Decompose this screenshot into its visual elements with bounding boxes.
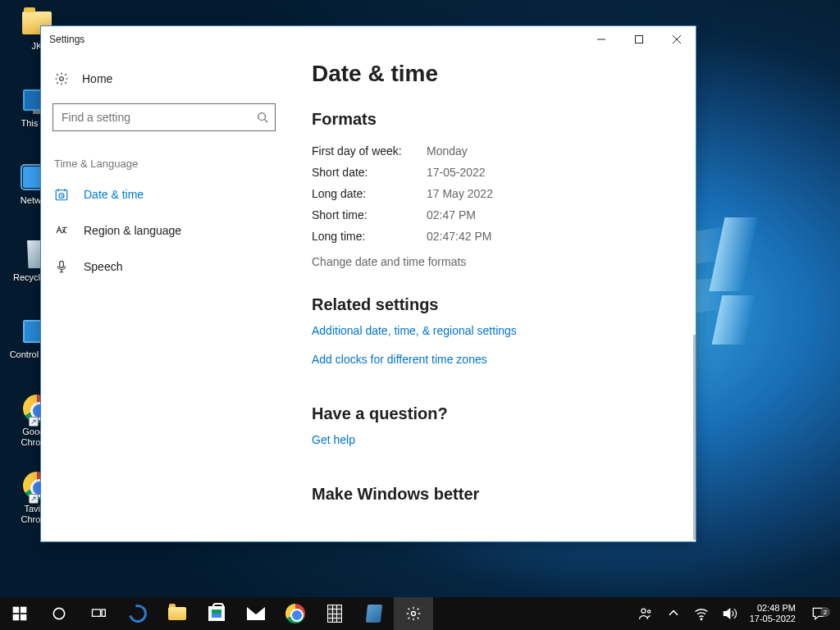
maximize-button[interactable] (620, 26, 658, 52)
nav-region-language[interactable]: Region & language (52, 212, 276, 249)
svg-point-23 (647, 610, 650, 613)
edge-icon (126, 601, 150, 626)
sidebar: Home Time & Language Date & time Region … (41, 52, 287, 541)
cortana-button[interactable] (39, 597, 79, 630)
notification-badge: 2 (820, 607, 830, 617)
nav-label: Region & language (84, 224, 181, 237)
tray-network[interactable] (687, 605, 715, 622)
change-formats-link[interactable]: Change date and time formats (312, 255, 466, 268)
window-title: Settings (49, 34, 84, 45)
home-label: Home (82, 72, 112, 85)
action-center-button[interactable]: 2 (802, 605, 835, 622)
svg-point-22 (641, 609, 646, 613)
category-label: Time & Language (52, 158, 276, 170)
calculator-icon (327, 605, 342, 623)
svg-line-12 (62, 196, 63, 197)
clock-icon (54, 187, 69, 202)
question-heading: Have a question? (312, 404, 676, 423)
svg-point-4 (60, 77, 64, 81)
get-help-link[interactable]: Get help (312, 433, 355, 446)
svg-point-24 (701, 619, 702, 620)
main-content: Date & time Formats First day of week:Mo… (287, 52, 696, 541)
mail-icon (247, 607, 265, 620)
task-view-button[interactable] (79, 597, 118, 630)
system-tray: 02:48 PM 17-05-2022 2 (632, 597, 840, 630)
store-icon (208, 606, 225, 621)
svg-rect-17 (21, 614, 27, 621)
scrollbar[interactable] (693, 335, 696, 540)
svg-line-6 (265, 120, 268, 123)
language-icon (54, 223, 69, 238)
taskbar-calculator[interactable] (315, 597, 354, 630)
microphone-icon (54, 259, 69, 274)
svg-rect-1 (636, 36, 643, 43)
folder-icon (168, 607, 186, 620)
svg-rect-16 (13, 614, 20, 621)
svg-point-5 (258, 113, 266, 121)
formats-list: First day of week:Monday Short date:17-0… (312, 140, 676, 247)
clock-date: 17-05-2022 (750, 614, 796, 624)
nav-speech[interactable]: Speech (52, 249, 276, 285)
taskbar-clock[interactable]: 02:48 PM 17-05-2022 (743, 603, 802, 624)
search-icon (257, 112, 268, 123)
taskbar-store[interactable] (197, 597, 236, 630)
formats-heading: Formats (312, 110, 676, 129)
format-row-short-time: Short time:02:47 PM (312, 204, 676, 226)
titlebar[interactable]: Settings (41, 26, 696, 52)
nav-label: Date & time (84, 188, 144, 201)
search-input[interactable] (62, 111, 257, 124)
note-icon (366, 605, 382, 623)
taskbar-sticky-notes[interactable] (354, 597, 394, 630)
taskbar-settings[interactable] (394, 597, 433, 630)
svg-rect-15 (21, 607, 27, 614)
format-row-long-time: Long time:02:47:42 PM (312, 226, 676, 247)
tray-overflow[interactable] (660, 605, 687, 622)
svg-rect-13 (60, 261, 64, 267)
shortcut-arrow-icon: ↗ (29, 417, 39, 427)
svg-point-21 (412, 612, 416, 616)
tray-people[interactable] (632, 605, 660, 622)
format-row-long-date: Long date:17 May 2022 (312, 183, 676, 204)
home-button[interactable]: Home (52, 61, 276, 97)
close-button[interactable] (658, 26, 696, 52)
taskbar-file-explorer[interactable] (158, 597, 197, 630)
chrome-icon (285, 604, 305, 623)
svg-rect-20 (102, 609, 105, 616)
nav-label: Speech (84, 260, 122, 273)
nav-date-time[interactable]: Date & time (52, 176, 276, 212)
gear-icon (405, 605, 422, 622)
add-clocks-link[interactable]: Add clocks for different time zones (312, 353, 487, 366)
page-title: Date & time (312, 61, 676, 87)
additional-settings-link[interactable]: Additional date, time, & regional settin… (312, 324, 517, 337)
minimize-button[interactable] (582, 26, 620, 52)
taskbar-edge[interactable] (118, 597, 158, 630)
tray-volume[interactable] (715, 605, 743, 622)
feedback-heading: Make Windows better (312, 485, 676, 504)
gear-icon (54, 71, 69, 86)
svg-point-18 (53, 608, 64, 619)
settings-window: Settings Home Time & Language Date & tim… (40, 25, 696, 542)
format-row-short-date: Short date:17-05-2022 (312, 162, 676, 183)
search-box[interactable] (52, 103, 276, 131)
svg-rect-14 (13, 607, 20, 614)
shortcut-arrow-icon: ↗ (29, 494, 39, 504)
start-button[interactable] (0, 597, 39, 630)
svg-rect-19 (93, 609, 101, 616)
taskbar: 02:48 PM 17-05-2022 2 (0, 597, 840, 630)
clock-time: 02:48 PM (750, 603, 796, 614)
taskbar-mail[interactable] (236, 597, 276, 630)
related-settings-heading: Related settings (312, 295, 676, 314)
format-row-first-day: First day of week:Monday (312, 140, 676, 162)
taskbar-chrome[interactable] (276, 597, 315, 630)
